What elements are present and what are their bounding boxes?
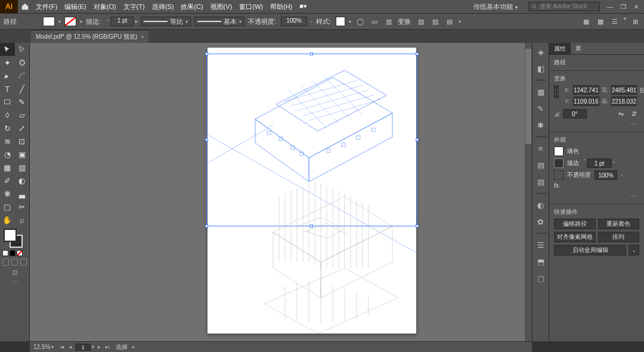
eyedropper-tool[interactable]: ✐ — [0, 174, 15, 187]
mesh-tool[interactable]: ▦ — [0, 161, 15, 174]
selection-tool[interactable] — [0, 43, 15, 56]
asset-export-panel-icon[interactable]: ⬒ — [535, 256, 546, 267]
appearance-more-icon[interactable]: ⋯ — [554, 191, 639, 200]
column-graph-tool[interactable]: ▃ — [15, 187, 30, 200]
doc-setup-icon[interactable]: ▦ — [581, 16, 592, 27]
screen-mode-icon[interactable]: ⊡ — [0, 267, 29, 276]
app-opacity-icon[interactable] — [554, 170, 564, 180]
flip-h-icon[interactable]: ⇋ — [615, 108, 626, 119]
mask-icon[interactable]: ▤ — [444, 16, 455, 27]
transform-w-field[interactable]: 2485.481 — [611, 85, 637, 95]
stock-search[interactable]: 搜索 Adobe Stock — [528, 2, 600, 11]
transform-x-field[interactable]: 1242.741 — [573, 85, 599, 95]
workspace-switcher[interactable]: 传统基本功能 — [470, 1, 526, 13]
layers-panel-icon[interactable]: ☰ — [535, 239, 546, 250]
symbols-panel-icon[interactable]: ✱ — [535, 120, 546, 130]
menu-file[interactable]: 文件(F) — [36, 2, 57, 11]
canvas[interactable]: ☁ 拖拽上传 — [30, 43, 532, 341]
scale-tool[interactable]: ⤢ — [15, 122, 30, 135]
maximize-button[interactable]: ❐ — [619, 2, 627, 11]
group-icon[interactable]: ▨ — [430, 16, 441, 27]
graphic-style-swatch[interactable] — [336, 17, 345, 26]
menu-object[interactable]: 对象(O) — [94, 2, 116, 11]
free-transform-tool[interactable]: ⊡ — [15, 135, 30, 148]
color-mode-icon[interactable] — [2, 250, 8, 256]
gradient-tool[interactable]: ▥ — [15, 161, 30, 174]
gradient-panel-icon[interactable]: ▤ — [535, 160, 546, 170]
selection-bounding-box[interactable] — [206, 54, 417, 226]
eraser-tool[interactable]: ▱ — [15, 108, 30, 122]
artboards-panel-icon[interactable]: ▢ — [535, 273, 546, 284]
home-icon[interactable] — [18, 2, 32, 11]
document-tab[interactable]: Model.pdf* @ 12.5% (RGB/GPU 预览) × — [31, 30, 148, 43]
line-tool[interactable]: ╱ — [15, 82, 30, 95]
pixel-grid-button[interactable]: 对齐像素网格 — [554, 232, 596, 242]
menu-edit[interactable]: 编辑(E) — [64, 2, 86, 11]
var-width-profile[interactable]: 等比▾ — [141, 17, 191, 26]
none-mode-icon[interactable] — [17, 250, 23, 256]
prefs-icon[interactable]: ▩ — [595, 16, 606, 27]
recolor-button[interactable]: 重新着色 — [598, 219, 640, 229]
direct-selection-tool[interactable] — [15, 43, 30, 56]
transform-more-icon[interactable]: ⋯ — [554, 119, 639, 128]
pen-tool[interactable] — [0, 69, 15, 82]
app-opacity-field[interactable]: 100% — [595, 170, 617, 180]
transparency-panel-icon[interactable]: ▨ — [535, 176, 546, 187]
brushes-panel-icon[interactable]: ✎ — [535, 103, 546, 114]
fill-swatch[interactable] — [43, 17, 55, 26]
app-stroke-swatch[interactable] — [554, 158, 564, 168]
menu-effect[interactable]: 效果(C) — [181, 2, 203, 11]
draw-behind-icon[interactable] — [11, 258, 18, 266]
reference-point-widget[interactable] — [554, 85, 559, 98]
isolate-icon[interactable]: ▧ — [416, 16, 426, 27]
color-panel-icon[interactable]: ◈ — [535, 46, 546, 57]
opacity-field[interactable]: 100% — [281, 17, 307, 26]
gpu-icon[interactable]: ⊞ — [630, 16, 640, 27]
close-window-button[interactable]: ✕ — [632, 2, 640, 11]
menu-help[interactable]: 帮助(H) — [270, 2, 292, 11]
app-fill-swatch[interactable] — [554, 147, 564, 156]
menu-extra[interactable]: ■▾ — [299, 2, 307, 11]
transform-h-field[interactable]: 2218.032 — [611, 96, 637, 106]
menu-window[interactable]: 窗口(W) — [239, 2, 263, 11]
rotate-field[interactable]: 0° — [563, 109, 587, 119]
recolor-icon[interactable]: ◯ — [355, 16, 366, 27]
paintbrush-tool[interactable]: ✎ — [15, 95, 30, 108]
menu-select[interactable]: 选择(S) — [152, 2, 174, 11]
hand-tool[interactable]: ✋ — [0, 213, 15, 226]
type-tool[interactable]: T — [0, 82, 15, 95]
appearance-panel-icon[interactable]: ◐ — [535, 200, 546, 210]
width-tool[interactable]: ≋ — [0, 135, 15, 148]
align-icon-2[interactable]: ▥ — [383, 16, 394, 27]
slice-tool[interactable]: ✂ — [15, 200, 30, 213]
swatches-panel-icon[interactable]: ▦ — [535, 86, 546, 97]
graphic-styles-panel-icon[interactable]: ✿ — [535, 216, 546, 227]
stroke-dropdown[interactable]: ▾ — [80, 19, 82, 24]
symbol-spray-tool[interactable]: ❋ — [0, 187, 15, 200]
stroke-weight-field[interactable]: ⌃1 pt▾ — [106, 17, 137, 26]
artboard-tool[interactable]: ▢ — [0, 200, 15, 213]
zoom-level-combo[interactable]: 12.5%▾ — [33, 344, 54, 350]
tab-libraries[interactable]: 库 — [571, 43, 586, 54]
flip-v-icon[interactable]: ⇵ — [628, 108, 639, 119]
magic-wand-tool[interactable]: ✦ — [0, 56, 15, 69]
gradient-mode-icon[interactable] — [10, 250, 16, 256]
fill-color-icon[interactable] — [4, 229, 17, 242]
global-edit-button[interactable]: 启动全局编辑 — [554, 245, 626, 256]
rectangle-tool[interactable] — [0, 95, 15, 108]
offset-path-button[interactable]: 偏移路径 — [554, 219, 596, 229]
minimize-button[interactable]: — — [606, 2, 614, 11]
stroke-swatch[interactable] — [64, 17, 76, 26]
transform-y-field[interactable]: 1109.016 — [573, 96, 599, 106]
tab-close-icon[interactable]: × — [141, 34, 144, 40]
draw-inside-icon[interactable] — [20, 258, 27, 266]
shape-builder-tool[interactable]: ◔ — [0, 148, 15, 161]
artboard-number-field[interactable]: 1 — [75, 344, 91, 351]
fill-dropdown[interactable]: ▾ — [58, 19, 61, 24]
edit-toolbar-icon[interactable]: ⋯ — [0, 276, 29, 285]
fill-stroke-indicator[interactable] — [0, 226, 29, 249]
arrange-button[interactable]: 排列 — [598, 232, 640, 242]
arrange-docs-icon[interactable]: ☰ — [609, 16, 620, 27]
prev-artboard-icon[interactable]: ◂ — [67, 344, 74, 351]
first-artboard-icon[interactable]: I◂ — [58, 344, 66, 351]
